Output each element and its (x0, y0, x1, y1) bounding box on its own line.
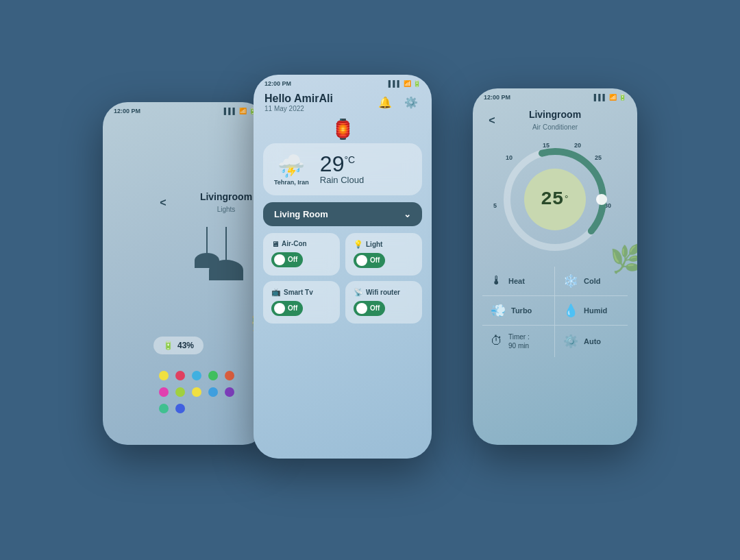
light-icon: 💡 (354, 240, 363, 249)
toggle-circle-light (356, 255, 367, 266)
temp-display-value: 25 (541, 188, 564, 210)
room-subtitle-left: Lights (217, 206, 236, 213)
scale-5: 5 (493, 202, 497, 209)
back-button-right[interactable]: < (484, 112, 500, 129)
swatch-teal[interactable] (159, 404, 169, 413)
center-header: Hello AmirAli 11 May 2022 🔔 ⚙️ (254, 90, 432, 118)
swatch-orange[interactable] (225, 371, 234, 380)
wifi-toggle[interactable]: Off (354, 301, 385, 316)
tv-toggle[interactable]: Off (271, 301, 303, 316)
notification-button[interactable]: 🔔 (375, 93, 395, 112)
weather-location: Tehran, Iran (274, 179, 309, 186)
signal-icon-c: ▌▌▌ (388, 80, 402, 87)
device-name-wifi: 📡 Wifi router (354, 288, 414, 297)
heat-icon: 🌡 (491, 273, 503, 288)
color-swatches (153, 371, 240, 413)
aircon-status: Off (288, 256, 297, 263)
room-title-right: Livingroom (500, 109, 610, 120)
humid-icon: 💧 (563, 303, 578, 318)
status-icons-center: ▌▌▌ 📶 🔋 (388, 80, 421, 87)
swatch-green[interactable] (208, 371, 218, 380)
device-grid: 🖥 Air-Con Off 💡 Light Off (263, 233, 422, 324)
light-status: Off (370, 256, 380, 264)
room-selector-label: Living Room (274, 209, 328, 219)
lamp-shade-secondary (195, 253, 219, 268)
temp-value: 29 (320, 151, 345, 176)
swatch-indigo[interactable] (175, 404, 185, 413)
light-label: Light (366, 241, 382, 248)
auto-label-ac: Auto (584, 337, 601, 345)
turbo-label: Turbo (511, 306, 532, 315)
weather-card: ⛈️ Tehran, Iran 29°C Rain Cloud (263, 143, 422, 195)
timer-icon-ac: ⏱ (491, 334, 503, 348)
screens-container: 12:00 PM ▌▌▌ 📶 🔋 < Livingroom Lights (62, 34, 678, 527)
turbo-icon: 💨 (491, 303, 506, 318)
room-subtitle-right: Air Conditioner (532, 123, 578, 131)
signal-icon: ▌▌▌ (224, 108, 237, 114)
heat-label: Heat (508, 277, 525, 285)
control-auto[interactable]: ⚙️ Auto (555, 326, 628, 357)
right-phone-title: Livingroom Air Conditioner (500, 109, 610, 132)
device-card-light: 💡 Light Off (345, 233, 422, 276)
header-icons: 🔔 ⚙️ (375, 93, 421, 112)
wifi-icon-r: 📶 (609, 94, 617, 101)
temp-unit: °C (344, 154, 355, 165)
swatch-pink[interactable] (159, 387, 169, 397)
thermostat-area: 5 10 15 20 25 30 25° (473, 138, 637, 261)
tv-icon: 📺 (271, 288, 281, 297)
status-bar-left: 12:00 PM ▌▌▌ 📶 🔋 (103, 102, 267, 117)
battery-icon-r: 🔋 (619, 94, 626, 101)
toggle-circle-aircon (274, 254, 285, 265)
device-card-wifi: 📡 Wifi router Off (345, 281, 422, 324)
lamp-icon-center: 🏮 (254, 118, 432, 141)
thermostat-display: 25° (524, 169, 586, 230)
settings-button[interactable]: ⚙️ (402, 93, 421, 112)
aircon-toggle[interactable]: Off (271, 252, 303, 267)
greeting-section: Hello AmirAli 11 May 2022 (264, 93, 333, 112)
swatch-lime[interactable] (175, 387, 185, 397)
phone-left: 12:00 PM ▌▌▌ 📶 🔋 < Livingroom Lights (103, 102, 267, 445)
date-text: 11 May 2022 (264, 105, 333, 112)
tv-status: Off (288, 304, 297, 312)
swatch-purple[interactable] (225, 387, 234, 397)
wifi-status: Off (370, 304, 380, 312)
swatch-yellow[interactable] (159, 371, 169, 380)
control-turbo[interactable]: 💨 Turbo (482, 296, 555, 326)
status-icons-left: ▌▌▌ 📶 🔋 (224, 108, 256, 114)
humid-label: Humid (584, 306, 607, 315)
device-name-aircon: 🖥 Air-Con (271, 240, 332, 248)
lamp-cord-main (225, 227, 227, 261)
battery-icon-c: 🔋 (413, 80, 421, 87)
right-header: < Livingroom Air Conditioner (473, 104, 637, 138)
left-phone-title: Livingroom Lights (200, 191, 252, 215)
auto-icon-ac: ⚙️ (563, 334, 578, 349)
status-icons-right: ▌▌▌ 📶 🔋 (594, 94, 626, 101)
swatch-red[interactable] (175, 371, 185, 380)
phone-center: 12:00 PM ▌▌▌ 📶 🔋 Hello AmirAli 11 May 20… (254, 75, 432, 459)
control-humid[interactable]: 💧 Humid (555, 296, 628, 326)
device-card-aircon: 🖥 Air-Con Off (263, 233, 340, 276)
cold-label: Cold (584, 277, 600, 285)
phone-right: 12:00 PM ▌▌▌ 📶 🔋 < Livingroom Air Condit… (473, 88, 637, 445)
battery-badge: 🔋 43% (153, 337, 204, 354)
wifi-label: Wifi router (366, 289, 400, 296)
timer-label-ac: Timer : 90 min (508, 332, 530, 350)
battery-percentage: 43% (177, 341, 194, 350)
room-selector[interactable]: Living Room ⌄ (263, 202, 422, 226)
weather-icon-area: ⛈️ Tehran, Iran (274, 153, 309, 186)
aircon-label: Air-Con (282, 240, 307, 247)
control-heat[interactable]: 🌡 Heat (482, 267, 555, 296)
toggle-circle-tv (274, 303, 285, 314)
wifi-icon-c: 📶 (404, 80, 411, 87)
lamp-cord-secondary (206, 227, 208, 254)
light-toggle[interactable]: Off (354, 253, 385, 268)
device-name-light: 💡 Light (354, 240, 414, 249)
swatch-yellow2[interactable] (192, 387, 201, 397)
control-timer[interactable]: ⏱ Timer : 90 min (482, 326, 555, 357)
swatch-sky[interactable] (208, 387, 218, 397)
swatch-blue[interactable] (192, 371, 201, 380)
aircon-icon: 🖥 (271, 240, 279, 248)
status-bar-right: 12:00 PM ▌▌▌ 📶 🔋 (473, 88, 637, 104)
device-card-tv: 📺 Smart Tv Off (263, 281, 340, 324)
back-button-left[interactable]: < (155, 195, 171, 211)
